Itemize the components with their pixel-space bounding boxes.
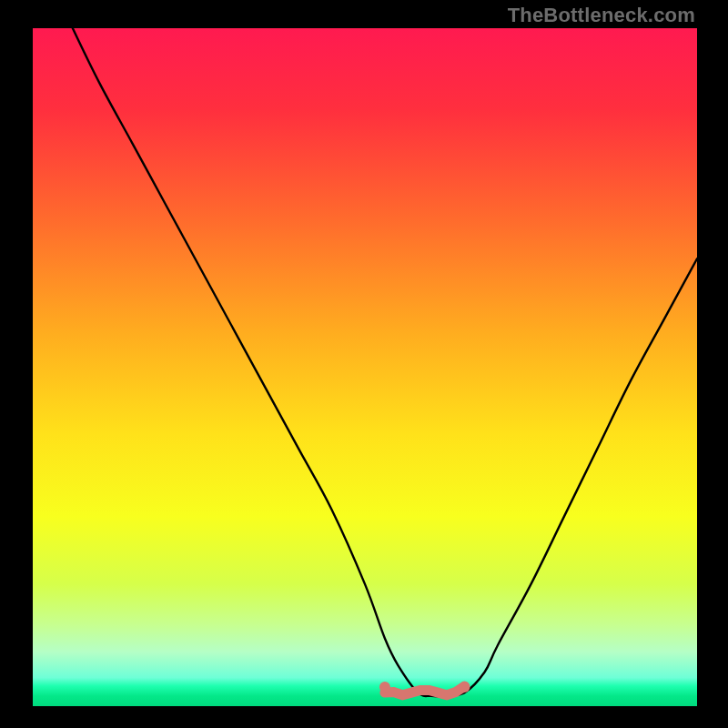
watermark-text: TheBottleneck.com <box>508 4 695 27</box>
plot-area <box>33 28 697 706</box>
chart-frame: TheBottleneck.com <box>0 0 728 728</box>
floor-marker <box>385 686 465 695</box>
floor-marker-end-right <box>460 682 470 693</box>
floor-marker-end-left <box>379 682 390 693</box>
curve-layer <box>33 28 697 706</box>
bottleneck-curve <box>73 28 697 696</box>
